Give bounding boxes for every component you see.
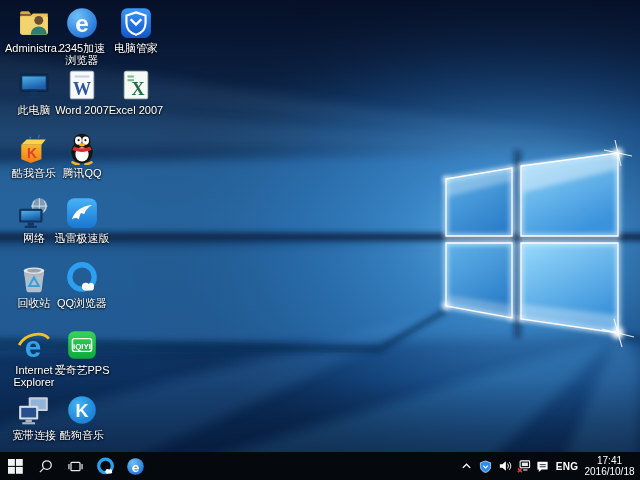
xunlei-bird-icon (65, 196, 99, 230)
action-center-icon (536, 460, 549, 473)
kuwo-music-box-icon: ♪ ♪ K (17, 131, 51, 165)
icon-label: 爱奇艺PPS (54, 364, 109, 376)
start-button[interactable] (0, 452, 30, 480)
chevron-up-icon (461, 461, 472, 472)
desktop-icon-2345-browser[interactable]: e 2345加速浏览器 (54, 6, 110, 66)
desktop-icon-word-2007[interactable]: W Word 2007 (54, 68, 110, 116)
speaker-icon (498, 460, 512, 472)
desktop-icon-pc-manager[interactable]: 电脑管家 (108, 6, 164, 54)
desktop-icons-grid: Administra... e 2345加速浏览器 电脑管家 (6, 0, 640, 452)
icon-label: 此电脑 (18, 104, 51, 116)
icon-label: 网络 (23, 232, 45, 244)
pc-manager-shield-icon (119, 6, 153, 40)
tray-clock[interactable]: 17:41 2016/10/18 (582, 452, 640, 480)
excel-document-icon: X (119, 68, 153, 102)
tray-network[interactable] (514, 452, 533, 480)
svg-text:X: X (132, 79, 145, 99)
tray-volume[interactable] (495, 452, 514, 480)
svg-text:♪: ♪ (37, 132, 40, 139)
desktop-icon-kugou[interactable]: K 酷狗音乐 (54, 393, 110, 441)
taskbar-app-qq-browser[interactable] (90, 452, 120, 480)
icon-label: 酷我音乐 (12, 167, 56, 179)
svg-text:K: K (75, 401, 88, 421)
desktop: Administra... e 2345加速浏览器 电脑管家 (0, 0, 640, 480)
tray-pc-manager[interactable] (476, 452, 495, 480)
icon-label: QQ浏览器 (57, 297, 107, 309)
2345-browser-icon: e (65, 6, 99, 40)
tray-action-center[interactable] (533, 452, 552, 480)
user-folder-icon (17, 6, 51, 40)
svg-text:e: e (131, 459, 139, 474)
taskbar: e (0, 452, 640, 480)
qq-penguin-icon (65, 131, 99, 165)
desktop-icon-tencent-qq[interactable]: 腾讯QQ (54, 131, 110, 179)
icon-label: 电脑管家 (114, 42, 158, 54)
internet-explorer-icon: e (17, 328, 51, 362)
network-globe-monitor-icon (17, 196, 51, 230)
desktop-icon-iqiyi[interactable]: iQIYI 爱奇艺PPS (54, 328, 110, 376)
icon-label: 腾讯QQ (62, 167, 101, 179)
taskbar-app-2345-browser[interactable]: e (120, 452, 150, 480)
shield-icon (479, 460, 492, 473)
task-view-icon (68, 459, 83, 474)
search-button[interactable] (30, 452, 60, 480)
svg-text:e: e (75, 10, 89, 37)
kugou-music-icon: K (65, 393, 99, 427)
icon-label: Word 2007 (55, 104, 109, 116)
windows-logo-icon (8, 459, 23, 474)
search-icon (38, 459, 53, 474)
icon-label: 迅雷极速版 (55, 232, 110, 244)
svg-text:W: W (73, 79, 91, 99)
qq-browser-icon (96, 457, 115, 476)
tray-show-hidden-icons[interactable] (457, 452, 476, 480)
recycle-bin-icon (17, 261, 51, 295)
iqiyi-icon: iQIYI (65, 328, 99, 362)
desktop-icon-xunlei[interactable]: 迅雷极速版 (54, 196, 110, 244)
qq-browser-icon (65, 261, 99, 295)
task-view-button[interactable] (60, 452, 90, 480)
svg-text:K: K (27, 145, 37, 161)
svg-text:iQIYI: iQIYI (73, 342, 91, 351)
desktop-icon-excel-2007[interactable]: X Excel 2007 (108, 68, 164, 116)
system-tray: ENG 17:41 2016/10/18 (457, 452, 640, 480)
word-document-icon: W (65, 68, 99, 102)
desktop-icon-qq-browser[interactable]: QQ浏览器 (54, 261, 110, 309)
icon-label: 酷狗音乐 (60, 429, 104, 441)
language-label: ENG (556, 461, 579, 472)
2345-browser-icon: e (126, 457, 145, 476)
this-pc-monitor-icon (17, 68, 51, 102)
icon-label: 回收站 (18, 297, 51, 309)
icon-label: 2345加速浏览器 (54, 42, 110, 66)
icon-label: Excel 2007 (109, 104, 163, 116)
icon-label: 宽带连接 (12, 429, 56, 441)
clock-time: 17:41 (597, 455, 622, 466)
clock-date: 2016/10/18 (584, 466, 634, 477)
tray-language-indicator[interactable]: ENG (552, 452, 582, 480)
broadband-computers-icon (17, 393, 51, 427)
ethernet-disconnected-icon (517, 460, 531, 473)
